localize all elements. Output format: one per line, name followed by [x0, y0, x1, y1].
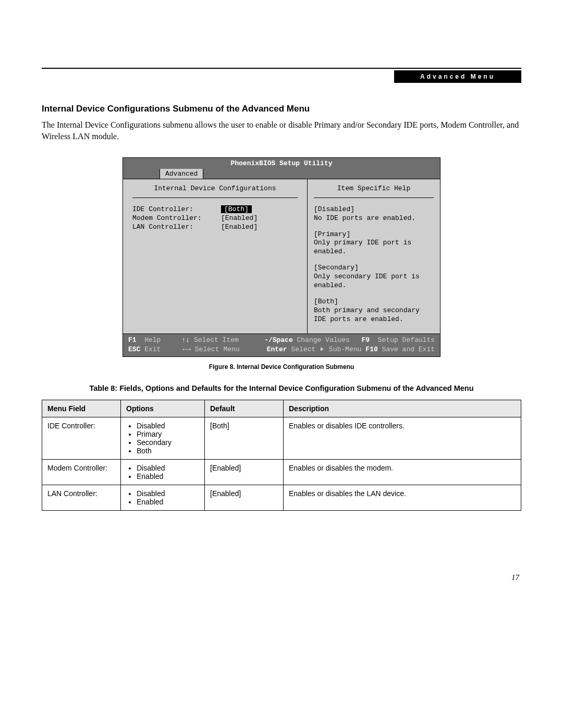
- bios-left-title: Internal Device Configurations: [132, 184, 298, 198]
- fk-f1: F1: [128, 336, 137, 344]
- th-options: Options: [121, 400, 205, 417]
- fk-enter: Enter: [267, 346, 287, 353]
- bios-row-modem: Modem Controller: [Enabled]: [132, 214, 298, 222]
- bios-left-panel: Internal Device Configurations IDE Contr…: [123, 179, 308, 334]
- option-item: Enabled: [137, 498, 199, 506]
- top-rule: [42, 68, 521, 69]
- cell-options: DisabledEnabled: [121, 485, 205, 510]
- bios-help-disabled: [Disabled] No IDE ports are enabled.: [314, 205, 434, 223]
- bios-help-tag: [Both]: [314, 298, 338, 305]
- cell-default: [Enabled]: [205, 485, 284, 510]
- cell-description: Enables or disables IDE controllers.: [284, 417, 521, 459]
- cell-description: Enables or disables the modem.: [284, 459, 521, 485]
- bios-row-lan: LAN Controller: [Enabled]: [132, 223, 298, 231]
- bios-value: [Enabled]: [221, 223, 258, 231]
- fd-exit: Exit: [144, 346, 161, 353]
- cell-options: DisabledPrimarySecondaryBoth: [121, 417, 205, 459]
- bios-help-panel: Item Specific Help [Disabled] No IDE por…: [308, 179, 440, 334]
- bios-label: LAN Controller:: [132, 223, 221, 231]
- bios-help-text: Only primary IDE port is enabled.: [314, 239, 411, 255]
- bios-value-selected: [Both]: [221, 205, 252, 213]
- option-item: Secondary: [137, 438, 199, 447]
- option-item: Disabled: [137, 464, 199, 472]
- cell-menu-field: LAN Controller:: [42, 485, 121, 510]
- bios-label: IDE Controller:: [132, 205, 221, 213]
- bios-tabs: Advanced: [123, 169, 440, 179]
- figure-caption: Figure 8. Internal Device Configuration …: [42, 363, 521, 371]
- option-item: Disabled: [137, 422, 199, 430]
- header-band: Advanced Menu: [42, 70, 521, 83]
- cell-options: DisabledEnabled: [121, 459, 205, 485]
- triangle-right-icon: [321, 347, 324, 351]
- fd-setup-defaults: Setup Defaults: [378, 336, 435, 344]
- bios-titlebar: PhoenixBIOS Setup Utility: [123, 157, 440, 169]
- bios-help-tag: [Secondary]: [314, 264, 359, 272]
- bios-help-secondary: [Secondary] Only secondary IDE port is e…: [314, 264, 434, 290]
- cell-menu-field: IDE Controller:: [42, 417, 121, 459]
- fd-select-menu: Select Menu: [195, 346, 240, 353]
- cell-default: [Enabled]: [205, 459, 284, 485]
- fk-f9: F9: [362, 336, 370, 344]
- option-item: Both: [137, 447, 199, 455]
- bios-screenshot: PhoenixBIOS Setup Utility Advanced Inter…: [123, 157, 440, 357]
- fd-select-item: Select Item: [194, 336, 239, 344]
- fd-save-exit: Save and Exit: [382, 346, 435, 353]
- fk-esc: ESC: [128, 346, 140, 353]
- bios-row-ide: IDE Controller: [Both]: [132, 205, 298, 213]
- bios-help-tag: [Disabled]: [314, 205, 354, 213]
- th-menu-field: Menu Field: [42, 400, 121, 417]
- table-row: LAN Controller:DisabledEnabled[Enabled]E…: [42, 485, 521, 510]
- bios-tab-advanced: Advanced: [160, 169, 203, 179]
- intro-paragraph: The Internal Device Configurations subme…: [42, 119, 521, 143]
- bios-help-primary: [Primary] Only primary IDE port is enabl…: [314, 230, 434, 257]
- option-item: Enabled: [137, 472, 199, 480]
- fd-help: Help: [144, 336, 161, 344]
- bios-help-text: No IDE ports are enabled.: [314, 214, 415, 222]
- bios-value: [Enabled]: [221, 214, 258, 222]
- fd-change-values: Change Values: [297, 336, 350, 344]
- bios-right-title: Item Specific Help: [314, 184, 434, 198]
- th-description: Description: [284, 400, 521, 417]
- bios-help-both: [Both] Both primary and secondary IDE po…: [314, 298, 434, 324]
- option-item: Disabled: [137, 489, 199, 498]
- fk-updown: ↑↓: [182, 336, 190, 344]
- fd-select-submenu: Select Sub-Menu: [291, 346, 361, 353]
- cell-menu-field: Modem Controller:: [42, 459, 121, 485]
- page-number: 17: [42, 573, 521, 582]
- section-heading: Internal Device Configurations Submenu o…: [42, 104, 521, 114]
- option-item: Primary: [137, 430, 199, 438]
- header-chip: Advanced Menu: [394, 70, 521, 83]
- fk-f10: F10: [365, 346, 377, 353]
- cell-default: [Both]: [205, 417, 284, 459]
- bios-label: Modem Controller:: [132, 214, 221, 222]
- cell-description: Enables or disables the LAN device.: [284, 485, 521, 510]
- bios-help-tag: [Primary]: [314, 230, 350, 238]
- table-row: IDE Controller:DisabledPrimarySecondaryB…: [42, 417, 521, 459]
- table-caption: Table 8: Fields, Options and Defaults fo…: [42, 384, 521, 392]
- fk-space: -/Space: [264, 336, 293, 344]
- options-table: Menu Field Options Default Description I…: [42, 400, 521, 511]
- fk-leftright: ←→: [182, 346, 191, 353]
- bios-help-text: Both primary and secondary IDE ports are…: [314, 306, 420, 323]
- th-default: Default: [205, 400, 284, 417]
- table-row: Modem Controller:DisabledEnabled[Enabled…: [42, 459, 521, 485]
- bios-footer: F1 Help ↑↓ Select Item -/Space Change Va…: [123, 334, 440, 357]
- bios-help-text: Only secondary IDE port is enabled.: [314, 273, 420, 289]
